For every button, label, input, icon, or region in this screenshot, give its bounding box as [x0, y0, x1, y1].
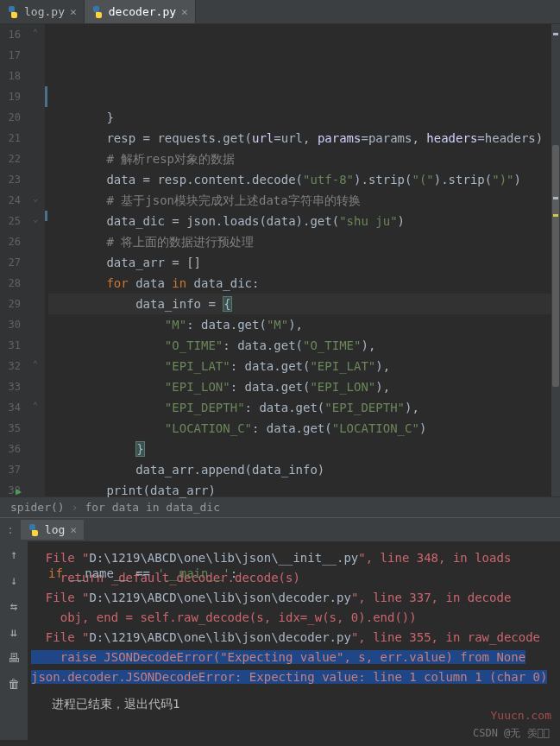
- code-line[interactable]: data_arr = []: [48, 252, 560, 273]
- fold-up-icon[interactable]: ⌃: [31, 359, 40, 369]
- line-number: 21: [0, 128, 21, 149]
- line-number: 35: [0, 418, 21, 439]
- scroll-to-end-icon[interactable]: ⇊: [6, 624, 22, 640]
- line-number: 29: [0, 294, 21, 314]
- line-number: 16: [0, 24, 21, 45]
- editor-tabs: log.py × decoder.py ×: [0, 0, 560, 24]
- line-number: 26: [0, 231, 21, 252]
- arrow-down-icon[interactable]: ↓: [6, 572, 22, 588]
- fold-down-icon[interactable]: ⌄: [31, 214, 40, 224]
- line-number: 20: [0, 107, 21, 128]
- python-file-icon: [7, 6, 19, 18]
- line-number: 32: [0, 356, 21, 376]
- tab-label: decoder.py: [109, 5, 176, 18]
- code-line[interactable]: "O_TIME": data.get("O_TIME"),: [48, 335, 560, 356]
- code-line[interactable]: data = resp.content.decode("utf-8").stri…: [48, 169, 560, 190]
- print-icon[interactable]: 🖶: [6, 650, 22, 666]
- vcs-change-marker: [45, 86, 47, 107]
- code-line[interactable]: resp = requests.get(url=url, params=para…: [48, 128, 560, 149]
- console-line: File "D:\1219\ABCD\one\lib\json\decoder.…: [31, 628, 557, 648]
- line-number: 24: [0, 190, 21, 211]
- trash-icon[interactable]: 🗑: [6, 676, 22, 692]
- marker-stripe[interactable]: [553, 197, 558, 199]
- close-icon[interactable]: ×: [70, 5, 77, 18]
- line-number: 25: [0, 211, 21, 231]
- code-line[interactable]: "M": data.get("M"),: [48, 314, 560, 335]
- code-line[interactable]: "EPI_LON": data.get("EPI_LON"),: [48, 376, 560, 397]
- console-toolbar: ↑ ↓ ⇆ ⇊ 🖶 🗑: [0, 541, 28, 740]
- line-number: 36: [0, 439, 21, 459]
- console-line: json.decoder.JSONDecodeError: Expecting …: [31, 667, 557, 687]
- fold-column: ⌃ ⌄ ⌄ ⌃ ⌃ ▶: [28, 24, 45, 496]
- line-number: 23: [0, 169, 21, 190]
- line-number: 37: [0, 459, 21, 480]
- line-number: 33: [0, 376, 21, 397]
- fold-up-icon[interactable]: ⌃: [31, 28, 40, 37]
- line-number: 19: [0, 86, 21, 107]
- python-file-icon: [28, 524, 40, 536]
- line-number: 22: [0, 149, 21, 169]
- line-number-gutter: 1617181920212223242526272829303132333435…: [0, 24, 28, 496]
- code-line[interactable]: print(data_arr): [48, 480, 560, 501]
- code-line[interactable]: # 解析resp对象的数据: [48, 149, 560, 169]
- arrow-up-icon[interactable]: ↑: [6, 547, 22, 562]
- watermark-text: Yuucn.com: [491, 709, 551, 722]
- line-number: 34: [0, 397, 21, 418]
- code-line[interactable]: data_info = {: [48, 294, 560, 314]
- tab-label: log.py: [24, 5, 65, 18]
- console-line: raise JSONDecodeError("Expecting value",…: [31, 648, 557, 667]
- csdn-attribution: CSDN @无 羡ᅟᅠ: [473, 726, 550, 741]
- fold-down-icon[interactable]: ⌄: [31, 193, 40, 203]
- soft-wrap-icon[interactable]: ⇆: [6, 598, 22, 614]
- close-icon[interactable]: ×: [181, 5, 188, 18]
- tool-window-prefix: :: [7, 523, 21, 536]
- code-line[interactable]: [48, 522, 560, 542]
- tab-log-py[interactable]: log.py ×: [0, 0, 85, 23]
- marker-stripe[interactable]: [553, 33, 558, 35]
- warning-stripe[interactable]: [553, 214, 558, 217]
- code-line[interactable]: # 基于json模块完成对上述data字符串的转换: [48, 190, 560, 211]
- scrollbar-thumb[interactable]: [552, 145, 559, 387]
- code-line[interactable]: }: [48, 107, 560, 128]
- code-line[interactable]: "EPI_LAT": data.get("EPI_LAT"),: [48, 356, 560, 376]
- tab-decoder-py[interactable]: decoder.py ×: [85, 0, 196, 23]
- code-line[interactable]: "LOCATION_C": data.get("LOCATION_C"): [48, 418, 560, 439]
- code-line[interactable]: [48, 542, 560, 563]
- run-gutter-icon[interactable]: ▶: [16, 485, 22, 497]
- code-line[interactable]: }: [48, 439, 560, 459]
- editor-scrollbar[interactable]: [551, 24, 560, 496]
- line-number: 18: [0, 66, 21, 86]
- code-line[interactable]: data_dic = json.loads(data).get("shu ju"…: [48, 211, 560, 231]
- line-number: 27: [0, 252, 21, 273]
- line-number: 17: [0, 45, 21, 66]
- console-line: File "D:\1219\ABCD\one\lib\json\decoder.…: [31, 588, 557, 608]
- line-number: 31: [0, 335, 21, 356]
- code-line[interactable]: # 将上面的数据进行预处理: [48, 231, 560, 252]
- file-link[interactable]: D:\1219\ABCD\one\lib\json\decoder.py: [89, 591, 350, 604]
- process-exit-status: 进程已结束，退出代码1: [31, 687, 557, 718]
- vcs-change-marker: [45, 211, 47, 221]
- code-content[interactable]: } resp = requests.get(url=url, params=pa…: [45, 24, 560, 496]
- code-line[interactable]: if __name__ == '__main__':: [48, 563, 560, 584]
- code-line[interactable]: data_arr.append(data_info): [48, 459, 560, 480]
- python-file-icon: [91, 6, 104, 18]
- code-line[interactable]: [48, 501, 560, 522]
- code-line[interactable]: for data in data_dic:: [48, 273, 560, 294]
- code-editor[interactable]: 1617181920212223242526272829303132333435…: [0, 24, 560, 496]
- line-number: 30: [0, 314, 21, 335]
- code-line[interactable]: "EPI_DEPTH": data.get("EPI_DEPTH"),: [48, 397, 560, 418]
- console-line: obj, end = self.raw_decode(s, idx=_w(s, …: [31, 608, 557, 628]
- file-link[interactable]: D:\1219\ABCD\one\lib\json\decoder.py: [89, 630, 350, 644]
- line-number: 28: [0, 273, 21, 294]
- fold-up-icon[interactable]: ⌃: [31, 401, 40, 410]
